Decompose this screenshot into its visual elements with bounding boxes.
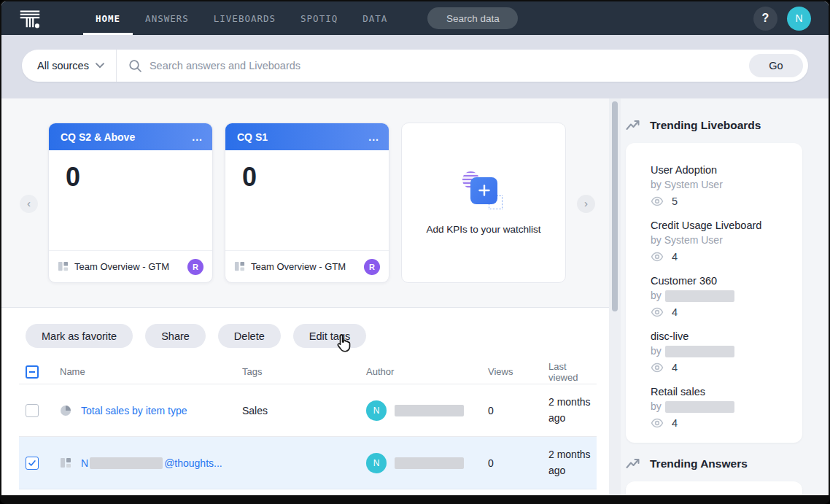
trending-item-byline: by: [651, 288, 792, 303]
primary-nav: HOME ANSWERS LIVEBOARDS SPOTIQ DATA: [83, 1, 400, 35]
check-icon: [28, 459, 36, 468]
view-count: 4: [672, 362, 678, 373]
last-viewed-cell: 2 months ago: [548, 447, 597, 478]
trending-item-name[interactable]: Retail sales: [651, 384, 792, 399]
mark-favorite-button[interactable]: Mark as favorite: [26, 324, 133, 348]
trending-liveboards-title: Trending Liveboards: [650, 119, 761, 132]
help-button[interactable]: ?: [753, 7, 777, 31]
trending-icon: [626, 120, 640, 131]
main-content: ‹ CQ S2 & Above ... 0 Team Overview - GT: [1, 98, 829, 495]
share-button[interactable]: Share: [145, 324, 206, 348]
more-options-icon[interactable]: ...: [368, 131, 379, 143]
column-header-tags[interactable]: Tags: [242, 366, 366, 377]
trending-item-name[interactable]: Customer 360: [651, 274, 792, 288]
carousel-prev-button[interactable]: ‹: [20, 195, 38, 213]
redacted-author-name: [395, 405, 464, 416]
eye-icon: [651, 307, 664, 317]
user-avatar[interactable]: N: [787, 7, 811, 31]
left-column: ‹ CQ S2 & Above ... 0 Team Overview - GT: [1, 98, 610, 495]
kpi-card-header: CQ S2 & Above ...: [49, 123, 212, 150]
app-window: HOME ANSWERS LIVEBOARDS SPOTIQ DATA Sear…: [0, 0, 830, 504]
nav-item-home[interactable]: HOME: [83, 1, 133, 35]
author-cell: N: [366, 400, 488, 421]
content-table: Name Tags Author Views Last viewed Total…: [19, 360, 597, 489]
author-avatar: N: [366, 453, 387, 473]
pie-chart-icon: [60, 405, 71, 416]
trending-answers-header: Trending Answers: [626, 457, 829, 470]
trending-item-name[interactable]: disc-live: [651, 329, 792, 344]
kpi-liveboard-name[interactable]: Team Overview - GTM: [251, 261, 346, 272]
column-header-author[interactable]: Author: [366, 366, 488, 377]
thoughtspot-logo-icon[interactable]: [18, 6, 42, 31]
redacted-author-name: [665, 346, 734, 357]
column-header-last-viewed[interactable]: Last viewed: [548, 361, 597, 383]
name-cell: N @thoughts...: [60, 457, 242, 469]
nav-item-answers[interactable]: ANSWERS: [133, 1, 201, 35]
kpi-card-title: CQ S2 & Above: [61, 131, 135, 143]
nav-right-group: ? N: [753, 7, 811, 31]
trending-answers-card: [626, 481, 802, 495]
byline-text: by: [651, 288, 662, 303]
trending-liveboards-header: Trending Liveboards: [626, 119, 829, 132]
trending-item-name[interactable]: Credit Usage Liveboard: [651, 218, 792, 233]
redacted-author-name: [395, 457, 464, 469]
select-all-checkbox[interactable]: [26, 365, 39, 379]
divider: [116, 50, 117, 82]
trending-item-views: 5: [651, 195, 792, 207]
eye-icon: [651, 418, 664, 428]
row-checkbox[interactable]: [26, 404, 39, 417]
views-cell: 0: [488, 405, 548, 416]
trending-item-views: 4: [651, 251, 792, 263]
eye-icon: [651, 363, 664, 373]
trending-item-views: 4: [651, 306, 792, 318]
redacted-author-name: [665, 401, 734, 413]
kpi-card[interactable]: CQ S2 & Above ... 0 Team Overview - GTM …: [48, 123, 213, 283]
scrollbar-thumb[interactable]: [612, 101, 618, 311]
kpi-card-title: CQ S1: [237, 131, 268, 143]
column-header-name[interactable]: Name: [60, 366, 242, 377]
delete-button[interactable]: Delete: [218, 324, 281, 348]
nav-item-data[interactable]: DATA: [350, 1, 400, 35]
liveboard-icon: [60, 457, 71, 469]
trending-answers-title: Trending Answers: [650, 457, 748, 470]
trending-item[interactable]: User Adoption by System User 5: [651, 163, 792, 218]
more-options-icon[interactable]: ...: [192, 131, 203, 143]
liveboard-icon: [234, 261, 245, 272]
row-name-link[interactable]: N @thoughts...: [81, 457, 222, 469]
nav-item-spotiq[interactable]: SPOTIQ: [288, 1, 350, 35]
top-nav: HOME ANSWERS LIVEBOARDS SPOTIQ DATA Sear…: [1, 1, 829, 35]
kpi-card-footer: Team Overview - GTM R: [225, 250, 389, 282]
source-selector[interactable]: All sources: [22, 50, 116, 82]
owner-avatar[interactable]: R: [364, 259, 380, 275]
carousel-next-button[interactable]: ›: [577, 195, 595, 213]
trending-item-name[interactable]: User Adoption: [651, 163, 792, 177]
trending-liveboards-card: User Adoption by System User 5 Credit Us…: [626, 143, 802, 443]
nav-item-liveboards[interactable]: LIVEBOARDS: [201, 1, 288, 35]
view-count: 4: [672, 417, 678, 429]
row-name-link[interactable]: Total sales by item type: [81, 405, 187, 416]
row-checkbox[interactable]: [26, 457, 39, 470]
trending-item[interactable]: Retail sales by 4: [651, 384, 792, 440]
name-suffix: @thoughts...: [164, 457, 222, 469]
go-button[interactable]: Go: [749, 54, 803, 77]
add-kpi-card[interactable]: Add KPIs to your watchlist: [401, 123, 566, 283]
column-header-views[interactable]: Views: [488, 366, 548, 377]
trending-item[interactable]: disc-live by 4: [651, 329, 792, 384]
view-count: 5: [672, 195, 678, 207]
view-count: 4: [672, 251, 678, 263]
nav-search-data-button[interactable]: Search data: [427, 7, 518, 29]
edit-tags-button[interactable]: Edit tags: [293, 324, 366, 348]
kpi-liveboard-name[interactable]: Team Overview - GTM: [74, 261, 169, 272]
byline-text: by: [651, 344, 662, 359]
author-avatar: N: [366, 400, 387, 421]
kpi-card-footer: Team Overview - GTM R: [49, 250, 212, 282]
trending-item[interactable]: Credit Usage Liveboard by System User 4: [651, 218, 792, 274]
search-input[interactable]: [150, 60, 740, 71]
owner-avatar[interactable]: R: [187, 259, 203, 275]
kpi-card[interactable]: CQ S1 ... 0 Team Overview - GTM R: [225, 123, 389, 283]
table-row[interactable]: Total sales by item type Sales N 0 2 mon…: [19, 384, 597, 437]
trending-item-views: 4: [651, 362, 792, 373]
table-row[interactable]: N @thoughts... N 0 2 months ago: [19, 437, 597, 489]
liveboard-icon: [58, 261, 69, 272]
trending-item[interactable]: Customer 360 by 4: [651, 274, 792, 329]
